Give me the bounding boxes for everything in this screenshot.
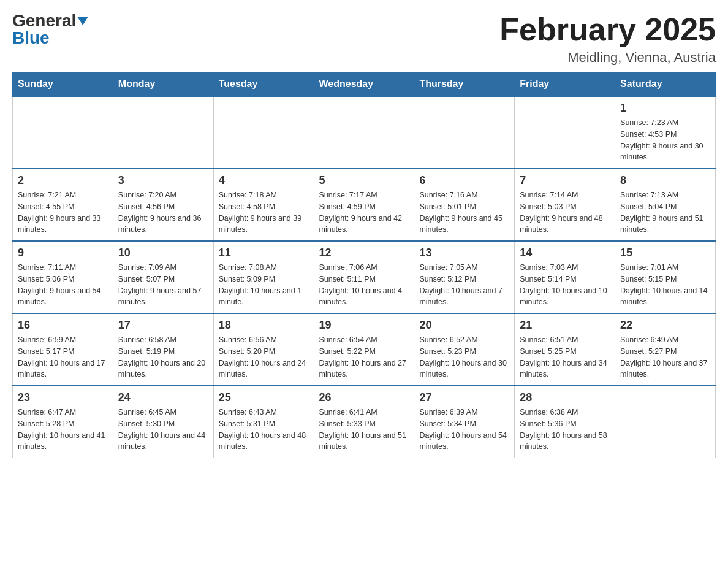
calendar-cell: 27Sunrise: 6:39 AMSunset: 5:34 PMDayligh… xyxy=(414,386,515,458)
calendar-cell: 9Sunrise: 7:11 AMSunset: 5:06 PMDaylight… xyxy=(13,241,113,313)
calendar-cell: 8Sunrise: 7:13 AMSunset: 5:04 PMDaylight… xyxy=(615,169,716,241)
day-number: 11 xyxy=(219,247,309,259)
day-number: 16 xyxy=(18,319,108,332)
calendar-body: 1Sunrise: 7:23 AMSunset: 4:53 PMDaylight… xyxy=(13,96,716,458)
calendar-cell: 11Sunrise: 7:08 AMSunset: 5:09 PMDayligh… xyxy=(213,241,314,313)
calendar-cell: 23Sunrise: 6:47 AMSunset: 5:28 PMDayligh… xyxy=(13,386,113,458)
header-sunday: Sunday xyxy=(13,72,113,97)
header-thursday: Thursday xyxy=(414,72,515,97)
day-info: Sunrise: 6:43 AMSunset: 5:31 PMDaylight:… xyxy=(219,408,306,451)
logo: GeneralBlue xyxy=(12,12,88,47)
calendar-cell: 1Sunrise: 7:23 AMSunset: 4:53 PMDaylight… xyxy=(615,96,716,169)
day-info: Sunrise: 7:21 AMSunset: 4:55 PMDaylight:… xyxy=(18,191,101,234)
page-header: GeneralBlue February 2025 Meidling, Vien… xyxy=(12,12,716,66)
day-info: Sunrise: 7:01 AMSunset: 5:15 PMDaylight:… xyxy=(620,263,707,306)
calendar-title: February 2025 xyxy=(499,12,716,47)
day-info: Sunrise: 7:16 AMSunset: 5:01 PMDaylight:… xyxy=(419,191,502,234)
day-number: 24 xyxy=(118,391,208,404)
calendar-cell: 28Sunrise: 6:38 AMSunset: 5:36 PMDayligh… xyxy=(515,386,615,458)
day-info: Sunrise: 6:45 AMSunset: 5:30 PMDaylight:… xyxy=(118,408,205,451)
calendar-cell: 7Sunrise: 7:14 AMSunset: 5:03 PMDaylight… xyxy=(515,169,615,241)
day-number: 25 xyxy=(219,391,309,404)
calendar-cell xyxy=(615,386,716,458)
calendar-cell xyxy=(213,96,314,169)
header-friday: Friday xyxy=(515,72,615,97)
day-info: Sunrise: 6:59 AMSunset: 5:17 PMDaylight:… xyxy=(18,335,105,378)
calendar-cell: 2Sunrise: 7:21 AMSunset: 4:55 PMDaylight… xyxy=(13,169,113,241)
calendar-week-row: 16Sunrise: 6:59 AMSunset: 5:17 PMDayligh… xyxy=(13,313,716,386)
location-title: Meidling, Vienna, Austria xyxy=(499,50,716,66)
day-info: Sunrise: 6:58 AMSunset: 5:19 PMDaylight:… xyxy=(118,335,205,378)
day-info: Sunrise: 7:03 AMSunset: 5:14 PMDaylight:… xyxy=(520,263,607,306)
logo-triangle-icon xyxy=(77,17,88,25)
day-number: 21 xyxy=(520,319,610,332)
day-number: 9 xyxy=(18,247,108,259)
title-section: February 2025 Meidling, Vienna, Austria xyxy=(499,12,716,66)
calendar-cell: 12Sunrise: 7:06 AMSunset: 5:11 PMDayligh… xyxy=(314,241,414,313)
day-info: Sunrise: 7:05 AMSunset: 5:12 PMDaylight:… xyxy=(419,263,502,306)
day-info: Sunrise: 7:11 AMSunset: 5:06 PMDaylight:… xyxy=(18,263,101,306)
day-number: 19 xyxy=(319,319,409,332)
day-info: Sunrise: 6:56 AMSunset: 5:20 PMDaylight:… xyxy=(219,335,306,378)
header-monday: Monday xyxy=(113,72,213,97)
header-saturday: Saturday xyxy=(615,72,716,97)
day-info: Sunrise: 6:52 AMSunset: 5:23 PMDaylight:… xyxy=(419,335,506,378)
day-number: 4 xyxy=(219,174,309,187)
calendar-cell: 13Sunrise: 7:05 AMSunset: 5:12 PMDayligh… xyxy=(414,241,515,313)
logo-blue-text: Blue xyxy=(12,28,50,47)
calendar-cell: 17Sunrise: 6:58 AMSunset: 5:19 PMDayligh… xyxy=(113,313,213,386)
day-number: 12 xyxy=(319,247,409,259)
day-number: 8 xyxy=(620,174,710,187)
day-info: Sunrise: 6:47 AMSunset: 5:28 PMDaylight:… xyxy=(18,408,105,451)
calendar-week-row: 23Sunrise: 6:47 AMSunset: 5:28 PMDayligh… xyxy=(13,386,716,458)
calendar-cell: 4Sunrise: 7:18 AMSunset: 4:58 PMDaylight… xyxy=(213,169,314,241)
day-info: Sunrise: 7:18 AMSunset: 4:58 PMDaylight:… xyxy=(219,191,302,234)
calendar-cell: 22Sunrise: 6:49 AMSunset: 5:27 PMDayligh… xyxy=(615,313,716,386)
day-info: Sunrise: 7:23 AMSunset: 4:53 PMDaylight:… xyxy=(620,118,703,161)
day-number: 1 xyxy=(620,102,710,115)
day-number: 2 xyxy=(18,174,108,187)
calendar-week-row: 9Sunrise: 7:11 AMSunset: 5:06 PMDaylight… xyxy=(13,241,716,313)
header-row: Sunday Monday Tuesday Wednesday Thursday… xyxy=(13,72,716,97)
calendar-cell: 21Sunrise: 6:51 AMSunset: 5:25 PMDayligh… xyxy=(515,313,615,386)
calendar-cell: 16Sunrise: 6:59 AMSunset: 5:17 PMDayligh… xyxy=(13,313,113,386)
calendar-cell xyxy=(314,96,414,169)
calendar-cell: 10Sunrise: 7:09 AMSunset: 5:07 PMDayligh… xyxy=(113,241,213,313)
calendar-cell: 6Sunrise: 7:16 AMSunset: 5:01 PMDaylight… xyxy=(414,169,515,241)
day-info: Sunrise: 6:54 AMSunset: 5:22 PMDaylight:… xyxy=(319,335,406,378)
day-info: Sunrise: 7:06 AMSunset: 5:11 PMDaylight:… xyxy=(319,263,403,306)
day-number: 7 xyxy=(520,174,610,187)
calendar-cell xyxy=(515,96,615,169)
calendar-cell xyxy=(13,96,113,169)
header-tuesday: Tuesday xyxy=(213,72,314,97)
day-info: Sunrise: 6:51 AMSunset: 5:25 PMDaylight:… xyxy=(520,335,607,378)
day-number: 26 xyxy=(319,391,409,404)
day-number: 20 xyxy=(419,319,509,332)
day-info: Sunrise: 7:14 AMSunset: 5:03 PMDaylight:… xyxy=(520,191,603,234)
calendar-week-row: 1Sunrise: 7:23 AMSunset: 4:53 PMDaylight… xyxy=(13,96,716,169)
day-number: 10 xyxy=(118,247,208,259)
day-info: Sunrise: 7:08 AMSunset: 5:09 PMDaylight:… xyxy=(219,263,302,306)
day-number: 28 xyxy=(520,391,610,404)
calendar-cell: 25Sunrise: 6:43 AMSunset: 5:31 PMDayligh… xyxy=(213,386,314,458)
calendar-cell: 14Sunrise: 7:03 AMSunset: 5:14 PMDayligh… xyxy=(515,241,615,313)
calendar-cell xyxy=(414,96,515,169)
day-info: Sunrise: 7:20 AMSunset: 4:56 PMDaylight:… xyxy=(118,191,202,234)
day-number: 14 xyxy=(520,247,610,259)
calendar-cell: 19Sunrise: 6:54 AMSunset: 5:22 PMDayligh… xyxy=(314,313,414,386)
calendar-cell: 18Sunrise: 6:56 AMSunset: 5:20 PMDayligh… xyxy=(213,313,314,386)
calendar-cell: 26Sunrise: 6:41 AMSunset: 5:33 PMDayligh… xyxy=(314,386,414,458)
day-number: 13 xyxy=(419,247,509,259)
calendar-cell: 24Sunrise: 6:45 AMSunset: 5:30 PMDayligh… xyxy=(113,386,213,458)
calendar-cell: 20Sunrise: 6:52 AMSunset: 5:23 PMDayligh… xyxy=(414,313,515,386)
calendar-cell: 15Sunrise: 7:01 AMSunset: 5:15 PMDayligh… xyxy=(615,241,716,313)
day-info: Sunrise: 7:13 AMSunset: 5:04 PMDaylight:… xyxy=(620,191,703,234)
calendar-cell: 3Sunrise: 7:20 AMSunset: 4:56 PMDaylight… xyxy=(113,169,213,241)
day-info: Sunrise: 7:09 AMSunset: 5:07 PMDaylight:… xyxy=(118,263,202,306)
header-wednesday: Wednesday xyxy=(314,72,414,97)
day-info: Sunrise: 6:41 AMSunset: 5:33 PMDaylight:… xyxy=(319,408,406,451)
day-info: Sunrise: 6:38 AMSunset: 5:36 PMDaylight:… xyxy=(520,408,607,451)
day-number: 23 xyxy=(18,391,108,404)
day-info: Sunrise: 6:39 AMSunset: 5:34 PMDaylight:… xyxy=(419,408,506,451)
day-number: 5 xyxy=(319,174,409,187)
